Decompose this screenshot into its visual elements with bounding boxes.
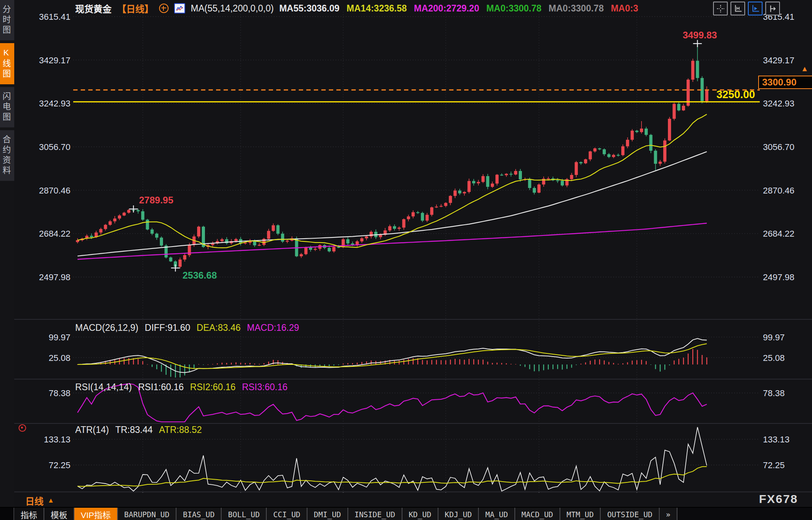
svg-text:2497.98: 2497.98 (763, 272, 795, 282)
ma-value-5: MA0:3 (611, 3, 638, 14)
svg-text:133.13: 133.13 (763, 435, 789, 444)
bottom-tab-VIP指标[interactable]: VIP指标 (74, 508, 118, 520)
bottom-tab-CCI_UD[interactable]: CCI_UD (267, 508, 307, 520)
svg-text:3056.70: 3056.70 (39, 142, 70, 152)
bottom-tab-DMI_UD[interactable]: DMI_UD (307, 508, 348, 520)
svg-text:RSI(14,14,14)RSI1:60.16RSI2:60: RSI(14,14,14)RSI1:60.16RSI2:60.16RSI3:60… (75, 382, 287, 392)
price-up-arrow-icon: ▲ (801, 65, 808, 72)
bottom-tab-BIAS_UD[interactable]: BIAS_UD (176, 508, 222, 520)
left-sidebar: 分时图 K线图 闪电图 合约资料 (0, 0, 14, 520)
ma-settings-label: MA(55,14,200,0,0,0) (191, 3, 274, 14)
svg-text:2870.46: 2870.46 (763, 186, 795, 195)
tab-bar-fill (677, 508, 812, 520)
svg-text:25.08: 25.08 (763, 353, 785, 363)
ma-value-4: MA0:3300.78 (548, 3, 603, 14)
bottom-tab-KD_UD[interactable]: KD_UD (402, 508, 438, 520)
axis-play-icon[interactable] (748, 2, 763, 15)
svg-text:2684.22: 2684.22 (763, 229, 795, 239)
sidebar-item-lightning-chart[interactable]: 闪电图 (0, 87, 14, 127)
add-compare-icon[interactable] (159, 4, 169, 13)
bottom-tab-MTM_UD[interactable]: MTM_UD (560, 508, 601, 520)
svg-text:78.38: 78.38 (49, 388, 70, 398)
svg-text:3056.70: 3056.70 (763, 142, 795, 152)
svg-text:78.38: 78.38 (763, 388, 785, 398)
sidebar-item-kline-chart[interactable]: K线图 (0, 43, 14, 84)
chart-header: 现货黄金 【日线】 MA(55,14,200,0,0,0) MA55:3036.… (75, 2, 638, 14)
record-dot-icon[interactable] (19, 424, 26, 432)
svg-text:99.97: 99.97 (49, 332, 70, 342)
svg-text:MACD(26,12,9)DIFF:91.60DEA:83.: MACD(26,12,9)DIFF:91.60DEA:83.46MACD:16.… (75, 323, 299, 333)
ma-value-3: MA0:3300.78 (486, 3, 541, 14)
axis-scale-icon[interactable] (730, 2, 745, 15)
crosshair-move-icon[interactable] (713, 2, 728, 15)
bottom-tab-BARUPDN_UD[interactable]: BARUPDN_UD (118, 508, 176, 520)
svg-text:2536.68: 2536.68 (182, 270, 217, 281)
svg-text:99.97: 99.97 (763, 332, 785, 342)
chart-toolbar (713, 2, 780, 15)
ma-value-2: MA200:2729.20 (414, 3, 479, 14)
symbol-name: 现货黄金 (75, 2, 112, 15)
sidebar-item-contract-info[interactable]: 合约资料 (0, 130, 14, 181)
bottom-tab-MACD_UD[interactable]: MACD_UD (515, 508, 560, 520)
axis-shift-icon[interactable] (765, 2, 780, 15)
trading-terminal: { "sidebar": { "items": [ {"label": "分时图… (0, 0, 812, 520)
bottom-tab-模板[interactable]: 模板 (44, 508, 74, 520)
svg-text:2497.98: 2497.98 (39, 272, 70, 282)
ma-value-0: MA55:3036.09 (279, 3, 340, 14)
ma-value-1: MA14:3236.58 (347, 3, 407, 14)
svg-text:72.25: 72.25 (49, 460, 70, 470)
price-chart-canvas[interactable]: 2024/112024/122025/012025/022025/032025/… (0, 0, 812, 494)
tab-bar-corner (0, 508, 14, 520)
svg-text:2684.22: 2684.22 (39, 229, 70, 239)
bottom-tab-OUTSIDE_UD[interactable]: OUTSIDE_UD (601, 508, 659, 520)
indicator-tab-bar: 指标模板VIP指标BARUPDN_UDBIAS_UDBOLL_UDCCI_UDD… (0, 507, 812, 520)
bottom-tab-KDJ_UD[interactable]: KDJ_UD (438, 508, 479, 520)
svg-text:133.13: 133.13 (44, 435, 70, 444)
period-expand-icon: ▲ (47, 497, 54, 505)
svg-text:3615.41: 3615.41 (39, 12, 70, 22)
bottom-tab-BOLL_UD[interactable]: BOLL_UD (222, 508, 267, 520)
period-label: 日线 (25, 494, 44, 507)
svg-text:25.08: 25.08 (49, 353, 70, 363)
svg-text:3242.93: 3242.93 (39, 99, 70, 108)
svg-text:2870.46: 2870.46 (39, 186, 70, 195)
period-tag[interactable]: 【日线】 (117, 2, 154, 15)
bottom-tab-»[interactable]: » (660, 508, 677, 520)
ma-values-readout: MA55:3036.09MA14:3236.58MA200:2729.20MA0… (279, 3, 638, 14)
svg-text:3429.17: 3429.17 (39, 55, 70, 65)
bottom-tab-INSIDE_UD[interactable]: INSIDE_UD (348, 508, 402, 520)
svg-text:3499.83: 3499.83 (683, 30, 717, 40)
svg-text:2789.95: 2789.95 (139, 195, 173, 205)
bottom-tab-MA_UD[interactable]: MA_UD (479, 508, 515, 520)
svg-text:ATR(14)TR:83.44ATR:88.52: ATR(14)TR:83.44ATR:88.52 (75, 425, 202, 435)
svg-text:72.25: 72.25 (763, 460, 785, 470)
svg-text:3429.17: 3429.17 (763, 55, 795, 65)
watermark: FX678 (759, 492, 798, 506)
period-selector[interactable]: 日线 ▲ (25, 494, 54, 507)
svg-text:3242.93: 3242.93 (763, 99, 795, 108)
chart-type-icon[interactable] (174, 3, 185, 13)
sidebar-item-time-chart[interactable]: 分时图 (0, 0, 14, 40)
bottom-tab-指标[interactable]: 指标 (14, 508, 44, 520)
current-price-box: 3300.90 (758, 76, 812, 89)
